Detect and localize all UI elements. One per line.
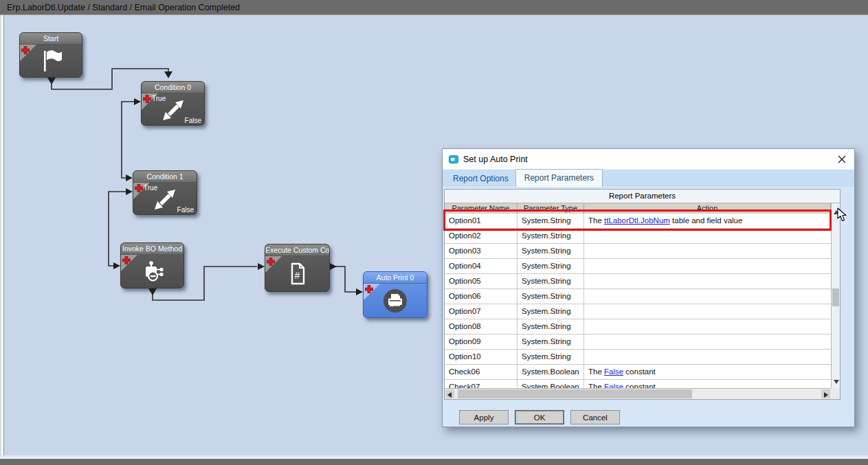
cell-parameter-name: Option09 [445,334,518,349]
node-auto-print-0[interactable]: Auto Print 0 [363,271,427,318]
condition-false-label: False [185,117,201,124]
node-condition-0[interactable]: Condition 0 True False [141,81,205,126]
horizontal-scroll-thumb[interactable] [458,389,692,398]
table-row[interactable]: Option02 System.String [445,229,831,244]
cell-action: The False constant [584,380,831,388]
node-execute-custom-code[interactable]: Execute Custom Co # [265,244,330,292]
node-title: Invoke BO Method [121,243,183,255]
port-invoke-in [113,262,120,269]
scroll-left-icon[interactable] [445,389,454,398]
param-rows: Option01 System.String The ttLaborDtl.Jo… [445,214,831,388]
cell-parameter-name: Option01 [445,214,518,228]
scroll-up-icon[interactable] [834,210,839,214]
node-condition-1[interactable]: Condition 1 True False [133,170,197,215]
vertical-scrollbar[interactable] [831,203,840,388]
port-condition1-in [126,174,133,181]
table-group-header: Report Parameters [445,190,840,203]
scrollbar-corner [831,388,840,399]
method-call-icon [140,260,166,282]
vertical-scroll-thumb[interactable] [832,288,839,306]
column-header-action[interactable]: Action [584,203,831,214]
flag-icon [38,49,64,73]
setup-auto-print-dialog: Set up Auto Print Report Options Report … [442,148,855,427]
table-row[interactable]: Option04 System.String [445,259,831,274]
node-start[interactable]: Start [19,32,82,78]
port-condition0-top-in [164,71,173,78]
workflow-title-bar: Erp.LaborDtl.Update / Standard / Email O… [0,0,868,15]
horizontal-scrollbar[interactable] [445,388,831,399]
cell-parameter-name: Option04 [445,259,518,273]
table-row[interactable]: Option03 System.String [445,244,831,259]
action-link[interactable]: ttLaborDtl.JobNum [604,216,670,225]
cell-parameter-type: System.String [518,350,584,364]
cell-parameter-name: Option03 [445,244,518,258]
cell-parameter-type: System.String [518,334,584,349]
node-title: Start [20,33,82,45]
cell-parameter-type: System.String [518,289,584,304]
cell-parameter-name: Check07 [445,380,518,388]
scroll-right-icon[interactable] [821,389,830,398]
table-row[interactable]: Option08 System.String [445,319,831,334]
cell-action [584,244,831,258]
bottom-panel-bar [0,458,868,465]
cell-parameter-type: System.Boolean [518,380,584,388]
table-row[interactable]: Option05 System.String [445,274,831,289]
code-document-icon: # [287,262,308,286]
cell-parameter-type: System.String [518,229,584,243]
cell-parameter-type: System.String [518,259,584,273]
cell-action [584,319,831,334]
action-suffix: constant [623,367,656,376]
port-execute-in [258,263,265,270]
scroll-down-icon[interactable] [834,380,839,384]
port-execute-out [330,263,337,270]
add-plus-icon[interactable] [21,46,30,54]
window-icon [449,155,458,163]
node-title: Condition 0 [142,82,204,93]
node-title: Auto Print 0 [364,272,427,284]
table-row[interactable]: Option09 System.String [445,334,831,350]
node-title: Condition 1 [133,171,197,183]
tab-report-parameters[interactable]: Report Parameters [515,169,603,187]
cell-parameter-name: Option10 [445,350,518,364]
cell-action: The False constant [584,365,831,379]
table-row[interactable]: Option10 System.String [445,350,831,365]
action-link[interactable]: False [604,383,623,388]
action-suffix: table and field value [670,216,743,225]
column-header-parameter-type[interactable]: Parameter Type [518,203,584,214]
cell-action [584,334,831,349]
cell-parameter-name: Check06 [445,365,518,379]
ok-button[interactable]: OK [515,410,564,424]
svg-text:#: # [294,270,300,281]
cell-parameter-name: Option05 [445,274,518,288]
cell-parameter-name: Option08 [445,319,518,334]
action-prefix: The [588,383,604,388]
action-suffix: constant [623,383,656,388]
close-icon[interactable] [836,153,848,166]
port-autoprint-in [356,288,363,295]
dialog-title-bar[interactable]: Set up Auto Print [443,149,854,169]
dialog-title: Set up Auto Print [463,155,836,164]
canvas-left-splitter[interactable] [0,15,4,455]
double-diagonal-arrow-icon [152,187,178,210]
add-plus-icon[interactable] [122,256,131,264]
add-plus-icon[interactable] [365,285,373,293]
table-row[interactable]: Check07 System.Boolean The False constan… [445,380,831,388]
table-row[interactable]: Option01 System.String The ttLaborDtl.Jo… [445,214,831,229]
column-header-parameter-name[interactable]: Parameter Name [445,203,518,214]
apply-button[interactable]: Apply [459,410,509,424]
table-row[interactable]: Option06 System.String [445,289,831,304]
add-plus-icon[interactable] [143,95,151,103]
cell-action [584,229,831,243]
cancel-button[interactable]: Cancel [570,410,620,424]
table-row[interactable]: Option07 System.String [445,304,831,319]
action-link[interactable]: False [604,367,623,376]
add-plus-icon[interactable] [135,184,143,192]
tab-report-options[interactable]: Report Options [446,171,515,187]
cell-parameter-type: System.String [518,214,584,228]
cell-action [584,304,831,319]
cell-parameter-name: Option06 [445,289,518,304]
add-plus-icon[interactable] [267,258,275,266]
table-row[interactable]: Check06 System.Boolean The False constan… [445,365,831,380]
node-invoke-bo-method[interactable]: Invoke BO Method [120,242,184,288]
printer-icon [381,287,409,315]
